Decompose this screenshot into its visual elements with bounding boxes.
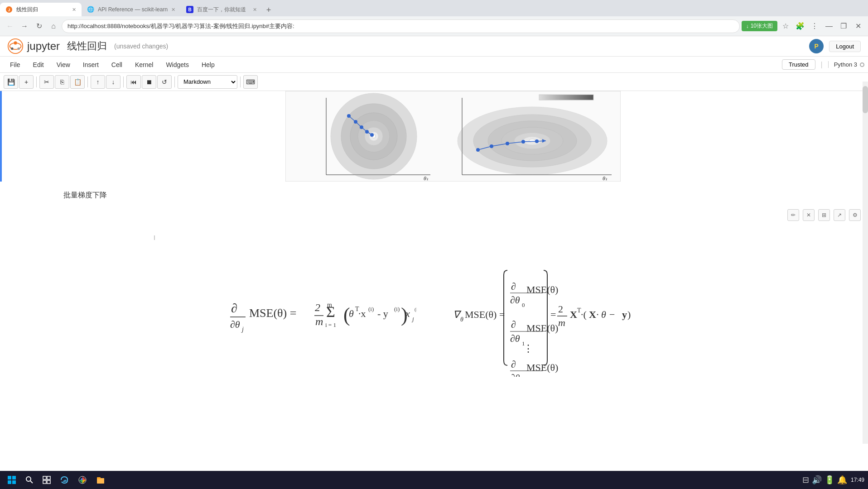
chrome-icon <box>78 475 87 484</box>
start-button-taskbar[interactable] <box>4 472 20 488</box>
keyboard-button[interactable]: ⌨ <box>243 75 258 89</box>
svg-text:2: 2 <box>315 302 320 313</box>
cell-edit-button[interactable]: ✏ <box>787 209 799 221</box>
cell-delete-button[interactable]: ✕ <box>803 209 815 221</box>
svg-text:X: X <box>570 309 577 320</box>
restart-button[interactable]: ↺ <box>157 75 172 89</box>
kernel-status-dot <box>860 62 864 67</box>
copy-button[interactable]: ⎘ <box>55 75 69 89</box>
cell-merge-button[interactable]: ⊞ <box>818 209 830 221</box>
svg-point-25 <box>365 130 369 134</box>
home-button[interactable]: ⌂ <box>47 20 60 33</box>
menu-edit[interactable]: Edit <box>27 59 50 70</box>
back-button[interactable]: ← <box>4 20 16 33</box>
task-view-icon <box>43 476 51 484</box>
svg-text:j: j <box>411 316 414 322</box>
taskbar-edge[interactable] <box>56 472 72 488</box>
taskbar-explorer[interactable] <box>92 472 109 488</box>
cell-math: ✏ ✕ ⊞ ↗ ⚙ I <box>0 207 868 386</box>
network-icon: ⊟ <box>802 475 809 485</box>
stop-button[interactable]: ⏹ <box>142 75 156 89</box>
tab-inactive-2[interactable]: B 百度一下，你就知道 ✕ <box>181 3 262 16</box>
tab-inactive-1[interactable]: 🌐 API Reference — scikit-learn ✕ <box>82 3 181 16</box>
menu-widgets[interactable]: Widgets <box>159 59 195 70</box>
jupyter-header: jupyter 线性回归 (unsaved changes) P Logout … <box>0 36 868 57</box>
menu-view[interactable]: View <box>50 59 77 70</box>
svg-text:θ: θ <box>460 316 463 323</box>
menu-file[interactable]: File <box>4 59 27 70</box>
move-up-button[interactable]: ↑ <box>91 75 105 89</box>
svg-text:· θ −: · θ − <box>596 309 615 320</box>
svg-text:MSE(θ) =: MSE(θ) = <box>465 309 505 320</box>
svg-point-6 <box>14 41 17 44</box>
extensions-button[interactable]: 🧩 <box>794 20 806 33</box>
svg-point-4 <box>8 39 23 53</box>
svg-text:2: 2 <box>558 303 563 315</box>
windows-icon <box>7 475 16 484</box>
svg-text:θ: θ <box>349 308 354 319</box>
restore-button[interactable]: ❐ <box>837 20 850 33</box>
scrollbar[interactable] <box>863 82 868 444</box>
svg-rect-98 <box>12 480 16 484</box>
logout-button[interactable]: Logout <box>829 41 861 52</box>
svg-point-8 <box>11 48 13 50</box>
cell-export-button[interactable]: ↗ <box>834 209 845 221</box>
visualization-wrapper: Cost θ₁ <box>38 91 868 182</box>
add-cell-button[interactable]: + <box>19 75 34 89</box>
minimize-button[interactable]: — <box>823 20 835 33</box>
kernel-info: Python 3 <box>828 61 864 68</box>
taskbar-search[interactable] <box>22 472 37 488</box>
math-formulas-area: I ∂ ∂θ j MSE(θ) = <box>2 223 868 386</box>
explorer-icon <box>96 475 105 484</box>
toolbar-separator-5 <box>240 77 241 87</box>
formula-left-container: ∂ ∂θ j MSE(θ) = 2 m Σ m <box>227 291 417 345</box>
download-label: 10张大图 <box>751 22 773 30</box>
svg-point-40 <box>506 142 509 145</box>
svg-text:i = 1: i = 1 <box>325 321 336 328</box>
svg-text:m: m <box>315 316 323 327</box>
menu-kernel[interactable]: Kernel <box>129 59 159 70</box>
tab-close-3[interactable]: ✕ <box>253 7 257 13</box>
cell-text: 批量梯度下降 <box>0 183 868 207</box>
run-first-button[interactable]: ⏮ <box>126 75 141 89</box>
scrollbar-thumb[interactable] <box>863 86 868 113</box>
svg-text:(i): (i) <box>368 306 374 312</box>
code-cell-toolbar: ✏ ✕ ⊞ ↗ ⚙ <box>2 207 868 223</box>
volume-icon: 🔊 <box>812 475 822 485</box>
address-url: http://localhost:8888/notebooks/机器学习/机器学… <box>68 22 734 30</box>
edge-icon <box>60 475 69 484</box>
save-button[interactable]: 💾 <box>4 75 18 89</box>
trusted-button[interactable]: Trusted <box>782 59 815 70</box>
svg-text:MSE(θ) =: MSE(θ) = <box>249 307 296 320</box>
tab-bar: J 线性回归 ✕ 🌐 API Reference — scikit-learn … <box>0 0 868 16</box>
gradient-descent-viz: Cost θ₁ <box>285 91 621 182</box>
svg-text:∂: ∂ <box>231 301 237 315</box>
tab-close-2[interactable]: ✕ <box>171 7 175 13</box>
cell-content-text[interactable]: 批量梯度下降 <box>38 183 868 207</box>
new-tab-button[interactable]: + <box>262 4 275 16</box>
taskbar-chrome[interactable] <box>74 472 91 488</box>
refresh-button[interactable]: ↻ <box>33 20 45 33</box>
paste-button[interactable]: 📋 <box>70 75 85 89</box>
close-button[interactable]: ✕ <box>852 20 864 33</box>
cell-settings-button[interactable]: ⚙ <box>849 209 861 221</box>
svg-rect-102 <box>47 476 50 479</box>
menu-cell[interactable]: Cell <box>105 59 129 70</box>
forward-button[interactable]: → <box>18 20 31 33</box>
svg-point-36 <box>529 139 535 143</box>
menu-button[interactable]: ⋮ <box>808 20 821 33</box>
move-down-button[interactable]: ↓ <box>106 75 121 89</box>
address-bar[interactable]: http://localhost:8888/notebooks/机器学习/机器学… <box>62 19 740 33</box>
toolbar-separator-4 <box>174 77 175 87</box>
cell-type-dropdown[interactable]: Markdown Code Raw NBConvert <box>178 75 237 89</box>
svg-text:=: = <box>550 309 556 320</box>
menu-insert[interactable]: Insert <box>77 59 105 70</box>
tab-title-3: 百度一下，你就知道 <box>197 6 249 14</box>
tab-active[interactable]: J 线性回归 ✕ <box>0 3 82 16</box>
bookmark-button[interactable]: ☆ <box>779 20 792 33</box>
svg-point-22 <box>347 114 351 118</box>
menu-help[interactable]: Help <box>195 59 221 70</box>
tab-close-active[interactable]: ✕ <box>72 7 76 13</box>
cut-button[interactable]: ✂ <box>39 75 54 89</box>
taskbar-task-view[interactable] <box>39 472 54 488</box>
